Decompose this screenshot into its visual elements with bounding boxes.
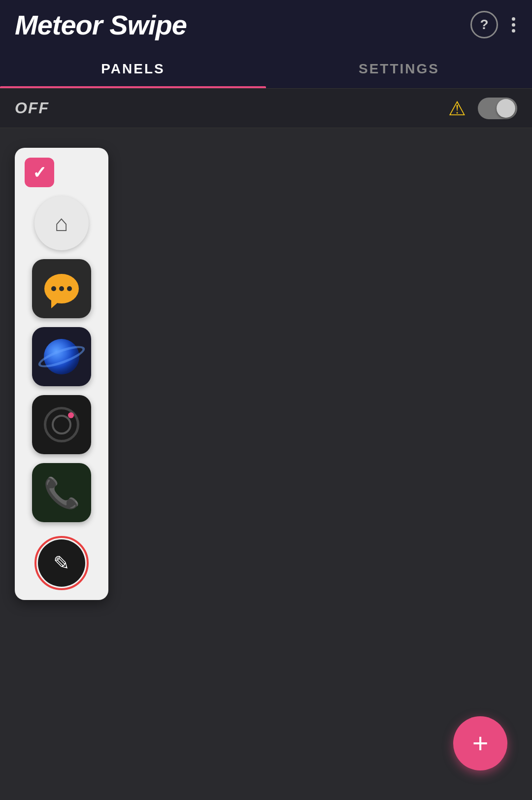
phone-icon: 📞 — [43, 475, 80, 510]
status-label: OFF — [15, 99, 49, 117]
add-panel-fab[interactable]: + — [453, 716, 507, 770]
header-icons: ? — [470, 11, 517, 38]
list-item[interactable]: 📞 — [32, 463, 91, 522]
msg-dots — [51, 286, 72, 291]
msg-dot — [51, 286, 56, 291]
dot3 — [512, 29, 515, 33]
header: Meteor Swipe ? — [0, 0, 532, 49]
check-icon: ✓ — [33, 163, 46, 182]
warning-icon: ⚠ — [448, 97, 466, 120]
msg-dot — [67, 286, 72, 291]
list-item[interactable] — [32, 327, 91, 386]
panel-card: ✓ ⌂ — [15, 148, 108, 600]
edit-panel-button[interactable]: ✎ — [34, 536, 89, 590]
help-button[interactable]: ? — [470, 11, 498, 38]
msg-bubble — [44, 274, 79, 303]
camera-dot — [68, 412, 74, 418]
main-content: ✓ ⌂ — [0, 128, 532, 800]
add-icon: + — [472, 730, 489, 757]
power-toggle[interactable] — [478, 98, 517, 119]
camera-outer — [44, 407, 79, 442]
status-controls: ⚠ — [448, 97, 517, 120]
planet-icon — [44, 339, 79, 374]
camera-inner — [52, 415, 71, 434]
planet-ring — [36, 342, 87, 372]
status-bar: OFF ⚠ — [0, 89, 532, 128]
toggle-knob — [497, 99, 515, 118]
panel-checkbox[interactable]: ✓ — [25, 158, 54, 187]
browser-app-icon — [32, 327, 91, 386]
tab-settings[interactable]: SETTINGS — [266, 49, 532, 88]
list-item[interactable] — [32, 395, 91, 454]
more-options-button[interactable] — [510, 15, 517, 34]
edit-btn-inner: ✎ — [38, 539, 85, 587]
tabs-bar: PANELS SETTINGS — [0, 49, 532, 89]
help-icon: ? — [480, 17, 488, 33]
app-title: Meteor Swipe — [15, 9, 187, 41]
dot2 — [512, 23, 515, 27]
home-button[interactable]: ⌂ — [34, 196, 89, 250]
tab-panels[interactable]: PANELS — [0, 49, 266, 88]
list-item[interactable] — [32, 259, 91, 318]
home-icon: ⌂ — [55, 210, 68, 236]
camera-app-icon — [32, 395, 91, 454]
messaging-app-icon — [32, 259, 91, 318]
msg-dot — [59, 286, 64, 291]
edit-icon: ✎ — [53, 552, 70, 574]
dot1 — [512, 17, 515, 21]
phone-app-icon: 📞 — [32, 463, 91, 522]
